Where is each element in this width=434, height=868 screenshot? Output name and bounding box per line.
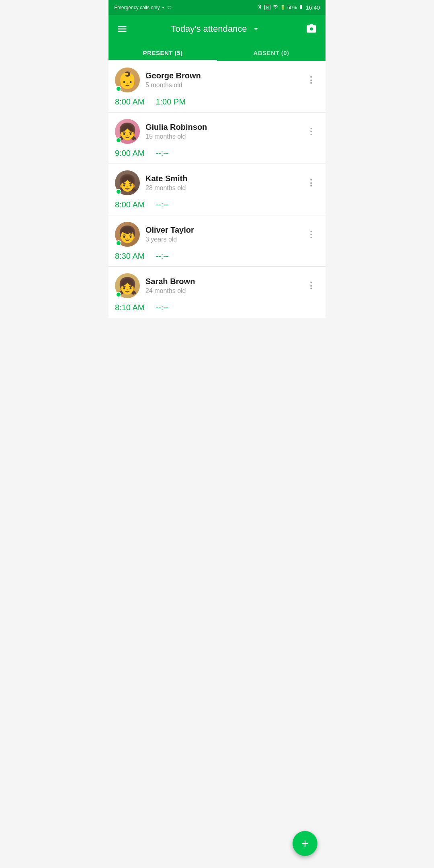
item-times-george: 8:00 AM 1:00 PM [115, 97, 319, 106]
item-times-oliver: 8:30 AM --:-- [115, 252, 319, 261]
child-age-george: 5 months old [145, 82, 201, 89]
status-dot-giulia [116, 137, 121, 143]
item-times-kate: 8:00 AM --:-- [115, 200, 319, 209]
page-title: Today's attendance [171, 24, 247, 34]
item-info-giulia: Giulia Robinson 15 months old [145, 123, 207, 140]
child-age-oliver: 3 years old [145, 236, 194, 243]
child-name-kate: Kate Smith [145, 174, 187, 183]
item-top-giulia: Giulia Robinson 15 months old ⋮ [115, 119, 319, 144]
list-item: George Brown 5 months old ⋮ 8:00 AM 1:00… [108, 61, 326, 113]
arrival-time-kate: 8:00 AM [115, 200, 144, 209]
item-info-oliver: Oliver Taylor 3 years old [145, 225, 194, 243]
child-name-george: George Brown [145, 71, 201, 80]
app-bar-center: Today's attendance [171, 23, 262, 35]
time-display: 16:40 [306, 4, 320, 11]
status-dot-sarah [116, 292, 121, 297]
avatar-wrapper-kate [115, 170, 140, 195]
more-menu-kate[interactable]: ⋮ [303, 177, 319, 189]
wifi-icon [272, 4, 278, 11]
item-left-kate: Kate Smith 28 months old [115, 170, 187, 195]
hamburger-menu-button[interactable] [115, 22, 129, 36]
departure-time-george: 1:00 PM [156, 97, 185, 106]
arrival-time-george: 8:00 AM [115, 97, 144, 106]
item-times-giulia: 9:00 AM --:-- [115, 149, 319, 158]
emergency-calls-text: Emergency calls only [114, 5, 160, 10]
list-item: Giulia Robinson 15 months old ⋮ 9:00 AM … [108, 113, 326, 164]
more-menu-giulia[interactable]: ⋮ [303, 125, 319, 137]
status-bar: Emergency calls only ⌁ 🛡 N 🔋 50% 16:40 [108, 0, 326, 15]
child-age-giulia: 15 months old [145, 133, 207, 140]
item-left-oliver: Oliver Taylor 3 years old [115, 222, 194, 247]
tab-absent[interactable]: ABSENT (0) [217, 43, 326, 61]
avatar-wrapper-oliver [115, 222, 140, 247]
battery-percent: 50% [287, 5, 297, 10]
arrival-time-giulia: 9:00 AM [115, 149, 144, 158]
item-left-giulia: Giulia Robinson 15 months old [115, 119, 207, 144]
more-menu-sarah[interactable]: ⋮ [303, 280, 319, 292]
item-left-sarah: Sarah Brown 24 months old [115, 273, 195, 298]
item-top-kate: Kate Smith 28 months old ⋮ [115, 170, 319, 195]
status-dot-kate [116, 189, 121, 194]
item-top-george: George Brown 5 months old ⋮ [115, 68, 319, 92]
child-name-sarah: Sarah Brown [145, 277, 195, 286]
status-left: Emergency calls only ⌁ 🛡 [114, 5, 172, 10]
departure-time-giulia: --:-- [156, 149, 168, 158]
status-right: N 🔋 50% 16:40 [257, 4, 320, 11]
child-name-giulia: Giulia Robinson [145, 123, 207, 132]
item-info-kate: Kate Smith 28 months old [145, 174, 187, 192]
item-info-sarah: Sarah Brown 24 months old [145, 277, 195, 295]
item-times-sarah: 8:10 AM --:-- [115, 303, 319, 312]
departure-time-oliver: --:-- [156, 252, 168, 261]
shield-icon: 🛡 [167, 5, 172, 10]
child-name-oliver: Oliver Taylor [145, 225, 194, 235]
departure-time-kate: --:-- [156, 200, 168, 209]
departure-time-sarah: --:-- [156, 303, 168, 312]
child-age-kate: 28 months old [145, 184, 187, 192]
camera-button[interactable] [304, 22, 319, 36]
children-list: George Brown 5 months old ⋮ 8:00 AM 1:00… [108, 61, 326, 318]
item-info-george: George Brown 5 months old [145, 71, 201, 89]
charging-icon [299, 4, 303, 11]
arrival-time-sarah: 8:10 AM [115, 303, 144, 312]
tab-present[interactable]: PRESENT (5) [108, 43, 217, 61]
more-menu-oliver[interactable]: ⋮ [303, 228, 319, 240]
tabs-container: PRESENT (5) ABSENT (0) [108, 43, 326, 61]
bluetooth-icon [257, 4, 263, 11]
item-left-george: George Brown 5 months old [115, 68, 201, 92]
avatar-wrapper-giulia [115, 119, 140, 144]
status-dot-george [116, 86, 121, 92]
arrival-time-oliver: 8:30 AM [115, 252, 144, 261]
battery-icon: 🔋 [280, 5, 286, 10]
list-item: Kate Smith 28 months old ⋮ 8:00 AM --:-- [108, 164, 326, 215]
avatar-wrapper-sarah [115, 273, 140, 298]
item-top-sarah: Sarah Brown 24 months old ⋮ [115, 273, 319, 298]
list-item: Sarah Brown 24 months old ⋮ 8:10 AM --:-… [108, 267, 326, 318]
list-item: Oliver Taylor 3 years old ⋮ 8:30 AM --:-… [108, 215, 326, 267]
avatar-wrapper-george [115, 68, 140, 92]
usb-icon: ⌁ [162, 5, 165, 10]
status-dot-oliver [116, 240, 121, 246]
app-bar: Today's attendance [108, 15, 326, 43]
nfc-icon: N [264, 5, 270, 10]
dropdown-button[interactable] [250, 23, 262, 35]
more-menu-george[interactable]: ⋮ [303, 74, 319, 86]
item-top-oliver: Oliver Taylor 3 years old ⋮ [115, 222, 319, 247]
child-age-sarah: 24 months old [145, 287, 195, 295]
